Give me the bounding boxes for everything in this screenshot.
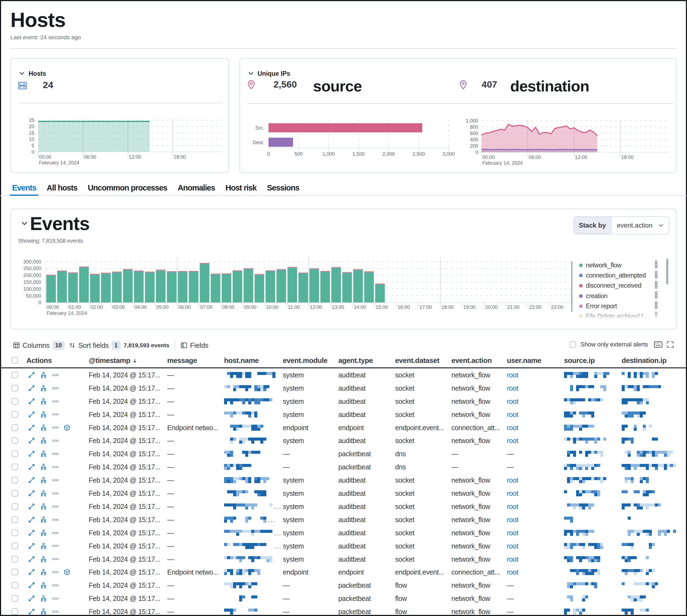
more-actions-icon[interactable] — [52, 610, 59, 613]
analyze-event-icon[interactable] — [40, 595, 47, 602]
cell-user-name[interactable]: root — [507, 423, 518, 432]
expand-event-icon[interactable] — [28, 424, 35, 431]
row-checkbox[interactable] — [12, 543, 18, 549]
cell-user-name[interactable]: root — [507, 371, 518, 379]
legend-item[interactable]: Error report — [577, 301, 675, 311]
analyze-event-icon[interactable] — [40, 385, 47, 391]
more-actions-icon[interactable] — [52, 453, 59, 456]
legend-item[interactable]: connection_attempted — [577, 270, 675, 281]
expand-event-icon[interactable] — [28, 411, 35, 418]
expand-event-icon[interactable] — [28, 543, 35, 549]
column-header-eventmodule[interactable]: event.module — [283, 356, 327, 365]
chevron-down-icon[interactable] — [248, 69, 254, 79]
expand-event-icon[interactable] — [28, 398, 35, 404]
analyze-event-icon[interactable] — [40, 543, 47, 549]
cell-user-name[interactable]: root — [507, 476, 518, 484]
column-header-hostname[interactable]: host.name — [224, 356, 259, 365]
row-checkbox[interactable] — [12, 556, 18, 563]
cell-user-name[interactable]: root — [507, 437, 518, 445]
more-actions-icon[interactable] — [52, 584, 59, 587]
sort-fields-button[interactable]: Sort fields 1 — [69, 341, 120, 350]
more-actions-icon[interactable] — [52, 439, 59, 442]
unique-ips-area-chart[interactable]: 02004006008001,00000:0006:0012:0018:00Fe… — [460, 103, 677, 174]
tab-anomalies[interactable]: Anomalies — [175, 183, 217, 196]
tab-all-hosts[interactable]: All hosts — [44, 183, 80, 196]
unique-ips-bar-chart[interactable]: Src.Dest.05001,0001,5002,0002,5003,000 — [240, 103, 460, 174]
column-header-username[interactable]: user.name — [507, 356, 541, 365]
row-checkbox[interactable] — [12, 582, 18, 589]
more-actions-icon[interactable] — [52, 373, 59, 376]
analyze-event-icon[interactable] — [40, 609, 47, 615]
expand-event-icon[interactable] — [28, 530, 35, 536]
row-checkbox[interactable] — [12, 608, 18, 615]
column-header-agenttype[interactable]: agent.type — [338, 356, 373, 365]
legend-item-menu-icon[interactable] — [655, 301, 658, 311]
column-header-sourceip[interactable]: source.ip — [564, 356, 595, 365]
row-checkbox[interactable] — [12, 450, 18, 457]
analyze-event-icon[interactable] — [40, 464, 47, 470]
more-actions-icon[interactable] — [52, 492, 59, 495]
legend-item-menu-icon[interactable] — [655, 260, 658, 270]
legend-item-menu-icon[interactable] — [655, 270, 658, 281]
expand-event-icon[interactable] — [28, 595, 35, 602]
expand-event-icon[interactable] — [28, 450, 35, 457]
more-actions-icon[interactable] — [52, 387, 59, 390]
legend-item-menu-icon[interactable] — [655, 291, 658, 301]
endpoint-package-icon[interactable] — [64, 424, 70, 431]
expand-event-icon[interactable] — [28, 556, 35, 563]
analyze-event-icon[interactable] — [40, 477, 47, 483]
row-checkbox[interactable] — [12, 477, 18, 483]
hosts-panel-header[interactable]: Hosts — [19, 69, 46, 79]
more-actions-icon[interactable] — [52, 557, 59, 560]
row-checkbox[interactable] — [12, 595, 18, 602]
column-header-eventdataset[interactable]: event.dataset — [395, 356, 439, 365]
analyze-event-icon[interactable] — [40, 569, 47, 575]
analyze-event-icon[interactable] — [40, 438, 47, 444]
row-checkbox[interactable] — [12, 411, 18, 418]
expand-event-icon[interactable] — [28, 503, 35, 510]
more-actions-icon[interactable] — [52, 400, 59, 403]
more-actions-icon[interactable] — [52, 531, 59, 534]
endpoint-package-icon[interactable] — [64, 569, 70, 575]
analyze-event-icon[interactable] — [40, 516, 47, 523]
legend-item-menu-icon[interactable] — [655, 281, 658, 291]
more-actions-icon[interactable] — [52, 413, 59, 416]
columns-button[interactable]: Columns 10 — [13, 341, 65, 350]
column-header-Actions[interactable]: Actions — [26, 356, 52, 365]
fullscreen-icon[interactable] — [667, 341, 674, 348]
analyze-event-icon[interactable] — [40, 582, 47, 589]
cell-user-name[interactable]: root — [507, 411, 518, 418]
column-header-destinationip[interactable]: destination.ip — [622, 356, 666, 365]
analyze-event-icon[interactable] — [40, 424, 47, 431]
more-actions-icon[interactable] — [52, 466, 59, 468]
row-checkbox[interactable] — [12, 516, 18, 523]
more-actions-icon[interactable] — [52, 426, 59, 429]
cell-user-name[interactable]: root — [507, 568, 518, 576]
expand-event-icon[interactable] — [28, 582, 35, 589]
expand-event-icon[interactable] — [28, 608, 35, 615]
more-actions-icon[interactable] — [52, 479, 59, 482]
legend-scrollbar[interactable] — [666, 259, 668, 284]
row-checkbox[interactable] — [12, 398, 18, 404]
cell-user-name[interactable]: root — [507, 515, 518, 524]
column-header-eventaction[interactable]: event.action — [451, 356, 492, 365]
keyboard-icon[interactable] — [654, 341, 662, 348]
analyze-event-icon[interactable] — [40, 503, 47, 509]
expand-event-icon[interactable] — [28, 516, 35, 523]
row-checkbox[interactable] — [12, 530, 18, 536]
expand-event-icon[interactable] — [28, 490, 35, 497]
row-checkbox[interactable] — [12, 569, 18, 575]
row-checkbox[interactable] — [12, 385, 18, 392]
cell-user-name[interactable]: root — [507, 489, 518, 498]
column-header-message[interactable]: message — [167, 356, 197, 365]
column-header-timestamp[interactable]: @timestamp — [89, 356, 137, 365]
unique-ips-panel-header[interactable]: Unique IPs — [248, 69, 290, 79]
chevron-down-icon[interactable] — [19, 69, 25, 79]
expand-event-icon[interactable] — [28, 385, 35, 392]
select-all-checkbox[interactable] — [12, 357, 18, 364]
expand-event-icon[interactable] — [28, 437, 35, 444]
expand-event-icon[interactable] — [28, 477, 35, 483]
cell-user-name[interactable]: root — [507, 502, 518, 510]
more-actions-icon[interactable] — [52, 505, 59, 508]
row-checkbox[interactable] — [12, 424, 18, 431]
